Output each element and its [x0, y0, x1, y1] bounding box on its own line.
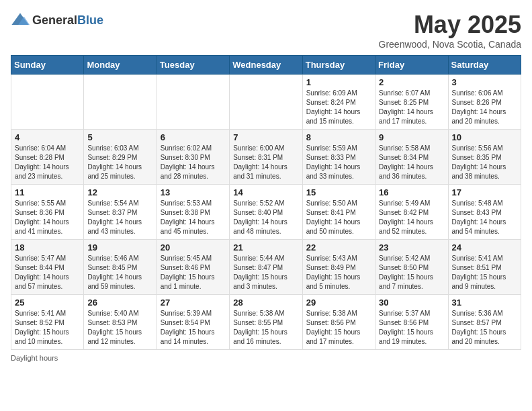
calendar-cell: 25Sunrise: 5:41 AM Sunset: 8:52 PM Dayli…	[11, 295, 84, 350]
logo-blue: Blue	[77, 13, 103, 27]
day-info: Sunrise: 5:59 AM Sunset: 8:33 PM Dayligh…	[306, 144, 371, 181]
calendar-cell: 13Sunrise: 5:53 AM Sunset: 8:38 PM Dayli…	[157, 185, 229, 240]
month-title: May 2025	[379, 11, 521, 39]
calendar-cell: 16Sunrise: 5:49 AM Sunset: 8:42 PM Dayli…	[375, 185, 448, 240]
day-number: 18	[15, 242, 80, 253]
day-info: Sunrise: 5:42 AM Sunset: 8:50 PM Dayligh…	[379, 254, 444, 291]
calendar-cell: 4Sunrise: 6:04 AM Sunset: 8:28 PM Daylig…	[11, 130, 84, 185]
day-number: 4	[15, 132, 80, 142]
weekday-header-sunday: Sunday	[11, 56, 84, 75]
footer: Daylight hours	[11, 354, 521, 362]
day-number: 26	[87, 298, 152, 308]
day-number: 3	[452, 77, 517, 87]
day-info: Sunrise: 5:56 AM Sunset: 8:35 PM Dayligh…	[452, 144, 517, 181]
logo: GeneralBlue	[11, 11, 103, 30]
calendar-cell: 31Sunrise: 5:36 AM Sunset: 8:57 PM Dayli…	[448, 295, 521, 350]
day-number: 1	[306, 77, 371, 87]
day-info: Sunrise: 5:38 AM Sunset: 8:56 PM Dayligh…	[306, 309, 371, 347]
day-number: 14	[233, 187, 298, 197]
title-block: May 2025 Greenwood, Nova Scotia, Canada	[379, 11, 521, 50]
day-number: 20	[161, 242, 226, 253]
calendar-cell	[84, 75, 157, 130]
calendar-cell: 21Sunrise: 5:44 AM Sunset: 8:47 PM Dayli…	[230, 240, 302, 295]
day-info: Sunrise: 5:40 AM Sunset: 8:53 PM Dayligh…	[87, 309, 152, 347]
day-info: Sunrise: 5:41 AM Sunset: 8:52 PM Dayligh…	[15, 309, 80, 347]
calendar-cell: 24Sunrise: 5:41 AM Sunset: 8:51 PM Dayli…	[448, 240, 521, 295]
calendar-cell: 14Sunrise: 5:52 AM Sunset: 8:40 PM Dayli…	[230, 185, 302, 240]
day-info: Sunrise: 6:00 AM Sunset: 8:31 PM Dayligh…	[233, 144, 298, 181]
calendar-cell: 6Sunrise: 6:02 AM Sunset: 8:30 PM Daylig…	[157, 130, 229, 185]
calendar-cell: 10Sunrise: 5:56 AM Sunset: 8:35 PM Dayli…	[448, 130, 521, 185]
day-info: Sunrise: 5:48 AM Sunset: 8:43 PM Dayligh…	[452, 199, 517, 236]
calendar-cell: 23Sunrise: 5:42 AM Sunset: 8:50 PM Dayli…	[375, 240, 448, 295]
calendar-cell: 20Sunrise: 5:45 AM Sunset: 8:46 PM Dayli…	[157, 240, 229, 295]
calendar-cell: 15Sunrise: 5:50 AM Sunset: 8:41 PM Dayli…	[302, 185, 375, 240]
day-number: 10	[452, 132, 517, 142]
day-number: 22	[306, 242, 371, 253]
calendar-cell: 12Sunrise: 5:54 AM Sunset: 8:37 PM Dayli…	[84, 185, 157, 240]
calendar-cell: 17Sunrise: 5:48 AM Sunset: 8:43 PM Dayli…	[448, 185, 521, 240]
weekday-header-tuesday: Tuesday	[157, 56, 229, 75]
day-number: 19	[87, 242, 152, 253]
day-info: Sunrise: 5:38 AM Sunset: 8:55 PM Dayligh…	[233, 309, 298, 347]
day-number: 6	[161, 132, 226, 142]
logo-general: General	[32, 13, 77, 27]
day-info: Sunrise: 6:06 AM Sunset: 8:26 PM Dayligh…	[452, 89, 517, 126]
day-info: Sunrise: 6:09 AM Sunset: 8:24 PM Dayligh…	[306, 89, 371, 126]
location: Greenwood, Nova Scotia, Canada	[379, 39, 521, 50]
day-number: 2	[379, 77, 444, 87]
day-number: 25	[15, 298, 80, 308]
calendar-cell: 2Sunrise: 6:07 AM Sunset: 8:25 PM Daylig…	[375, 75, 448, 130]
calendar-cell: 18Sunrise: 5:47 AM Sunset: 8:44 PM Dayli…	[11, 240, 84, 295]
logo-icon	[11, 11, 30, 30]
weekday-header-saturday: Saturday	[448, 56, 521, 75]
day-info: Sunrise: 6:02 AM Sunset: 8:30 PM Dayligh…	[161, 144, 226, 181]
weekday-header-wednesday: Wednesday	[230, 56, 302, 75]
calendar-cell: 26Sunrise: 5:40 AM Sunset: 8:53 PM Dayli…	[84, 295, 157, 350]
footer-text: Daylight hours	[11, 354, 58, 362]
day-info: Sunrise: 5:44 AM Sunset: 8:47 PM Dayligh…	[233, 254, 298, 291]
calendar-cell	[230, 75, 302, 130]
day-number: 8	[306, 132, 371, 142]
calendar-cell: 27Sunrise: 5:39 AM Sunset: 8:54 PM Dayli…	[157, 295, 229, 350]
calendar-cell: 11Sunrise: 5:55 AM Sunset: 8:36 PM Dayli…	[11, 185, 84, 240]
calendar: SundayMondayTuesdayWednesdayThursdayFrid…	[11, 55, 521, 350]
day-number: 23	[379, 242, 444, 253]
day-number: 7	[233, 132, 298, 142]
day-info: Sunrise: 5:50 AM Sunset: 8:41 PM Dayligh…	[306, 199, 371, 236]
day-info: Sunrise: 6:03 AM Sunset: 8:29 PM Dayligh…	[87, 144, 152, 181]
day-info: Sunrise: 5:45 AM Sunset: 8:46 PM Dayligh…	[161, 254, 226, 291]
day-number: 11	[15, 187, 80, 197]
calendar-cell: 9Sunrise: 5:58 AM Sunset: 8:34 PM Daylig…	[375, 130, 448, 185]
day-number: 16	[379, 187, 444, 197]
day-number: 12	[87, 187, 152, 197]
day-number: 13	[161, 187, 226, 197]
day-number: 27	[161, 298, 226, 308]
day-info: Sunrise: 5:46 AM Sunset: 8:45 PM Dayligh…	[87, 254, 152, 291]
day-info: Sunrise: 5:36 AM Sunset: 8:57 PM Dayligh…	[452, 309, 517, 347]
day-info: Sunrise: 6:07 AM Sunset: 8:25 PM Dayligh…	[379, 89, 444, 126]
day-info: Sunrise: 5:43 AM Sunset: 8:49 PM Dayligh…	[306, 254, 371, 291]
calendar-cell: 22Sunrise: 5:43 AM Sunset: 8:49 PM Dayli…	[302, 240, 375, 295]
calendar-cell	[11, 75, 84, 130]
day-number: 17	[452, 187, 517, 197]
day-info: Sunrise: 5:39 AM Sunset: 8:54 PM Dayligh…	[161, 309, 226, 347]
day-number: 31	[452, 298, 517, 308]
day-number: 28	[233, 298, 298, 308]
day-info: Sunrise: 5:41 AM Sunset: 8:51 PM Dayligh…	[452, 254, 517, 291]
day-number: 9	[379, 132, 444, 142]
day-number: 30	[379, 298, 444, 308]
day-info: Sunrise: 5:47 AM Sunset: 8:44 PM Dayligh…	[15, 254, 80, 291]
weekday-header-friday: Friday	[375, 56, 448, 75]
calendar-cell: 7Sunrise: 6:00 AM Sunset: 8:31 PM Daylig…	[230, 130, 302, 185]
calendar-cell: 5Sunrise: 6:03 AM Sunset: 8:29 PM Daylig…	[84, 130, 157, 185]
day-info: Sunrise: 5:58 AM Sunset: 8:34 PM Dayligh…	[379, 144, 444, 181]
weekday-header-monday: Monday	[84, 56, 157, 75]
day-info: Sunrise: 5:53 AM Sunset: 8:38 PM Dayligh…	[161, 199, 226, 236]
page-header: GeneralBlue May 2025 Greenwood, Nova Sco…	[11, 11, 521, 50]
calendar-cell: 19Sunrise: 5:46 AM Sunset: 8:45 PM Dayli…	[84, 240, 157, 295]
day-info: Sunrise: 5:52 AM Sunset: 8:40 PM Dayligh…	[233, 199, 298, 236]
day-info: Sunrise: 6:04 AM Sunset: 8:28 PM Dayligh…	[15, 144, 80, 181]
day-number: 29	[306, 298, 371, 308]
day-info: Sunrise: 5:37 AM Sunset: 8:56 PM Dayligh…	[379, 309, 444, 347]
